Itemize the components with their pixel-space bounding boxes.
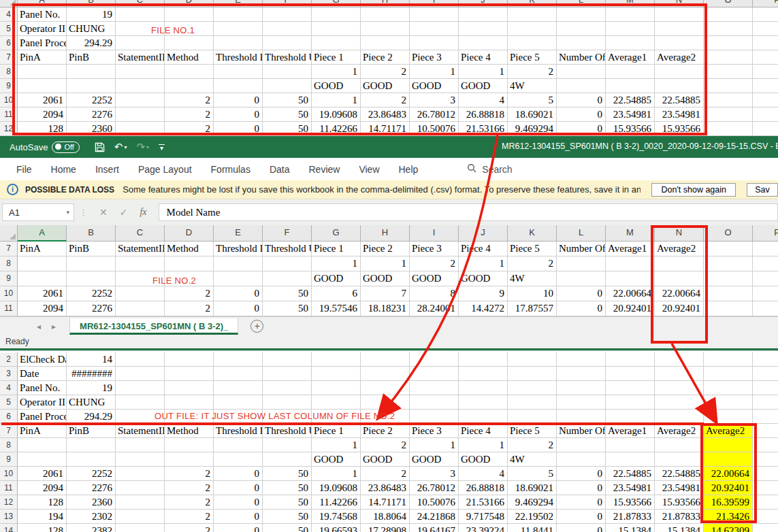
cell-F8[interactable] (263, 256, 312, 271)
cell-C9[interactable] (116, 452, 165, 467)
cell-L10[interactable]: 0 (557, 93, 606, 107)
cell-P10[interactable] (753, 93, 778, 107)
cell-I4[interactable] (410, 7, 459, 22)
cell-H11[interactable]: 18.18231 (361, 301, 410, 316)
cell-A9[interactable] (18, 452, 67, 467)
cell-K11[interactable]: 17.87557 (508, 301, 557, 316)
cell-C9[interactable] (116, 79, 165, 93)
cell-O13[interactable]: 21.3426 (704, 510, 753, 524)
cell-G7[interactable]: Piece 1 (312, 242, 361, 256)
cell-E4[interactable] (214, 381, 263, 395)
cell-O11[interactable] (704, 107, 753, 122)
cell-G5[interactable] (312, 22, 361, 36)
cell-C10[interactable] (116, 467, 165, 481)
cell-J3[interactable] (459, 367, 508, 381)
active-sheet-tab[interactable]: MR612-1304155_SP601MN ( B 3-2)_ (69, 318, 238, 335)
cell-N4[interactable] (655, 381, 704, 395)
column-header-E[interactable]: E (214, 225, 263, 242)
cell-K12[interactable]: 9.469294 (508, 122, 557, 136)
cell-N13[interactable]: 21.87833 (655, 510, 704, 524)
cell-L8[interactable] (557, 438, 606, 452)
cell-O8[interactable] (704, 256, 753, 271)
cell-J10[interactable]: 4 (459, 93, 508, 107)
cell-P3[interactable] (753, 367, 778, 381)
cell-G3[interactable] (312, 367, 361, 381)
cell-G10[interactable]: 1 (312, 467, 361, 481)
cell-K5[interactable] (508, 395, 557, 410)
cell-J12[interactable]: 21.53166 (459, 495, 508, 510)
cell-H4[interactable] (361, 7, 410, 22)
cell-I7[interactable]: Piece 3 (410, 424, 459, 438)
cell-N12[interactable]: 15.93566 (655, 122, 704, 136)
row-header-10[interactable]: 10 (0, 286, 18, 301)
cell-E11[interactable]: 0 (214, 301, 263, 316)
name-box[interactable]: A1 ▾ (2, 203, 74, 221)
cell-L8[interactable] (557, 65, 606, 79)
cell-K8[interactable]: 2 (508, 256, 557, 271)
cell-F10[interactable]: 50 (263, 286, 312, 301)
cell-H13[interactable]: 18.8064 (361, 510, 410, 524)
cell-I7[interactable]: Piece 3 (410, 242, 459, 256)
cell-E6[interactable] (214, 410, 263, 424)
row-header-7[interactable]: 7 (0, 50, 18, 65)
row-header-14[interactable]: 14 (0, 524, 18, 532)
cell-A9[interactable] (18, 271, 67, 286)
cell-H11[interactable]: 23.86483 (361, 481, 410, 495)
cell-B8[interactable] (67, 65, 116, 79)
row-header-11[interactable]: 11 (0, 301, 18, 316)
cell-I13[interactable]: 24.21868 (410, 510, 459, 524)
search-box[interactable]: Search (467, 163, 512, 175)
cell-J4[interactable] (459, 7, 508, 22)
cell-F10[interactable]: 50 (263, 93, 312, 107)
cell-P8[interactable] (753, 65, 778, 79)
cell-A5[interactable]: Operator II (18, 395, 67, 410)
cell-A11[interactable]: 2094 (18, 107, 67, 122)
cell-O11[interactable]: 20.92401 (704, 481, 753, 495)
cell-O9[interactable] (704, 79, 753, 93)
cell-K8[interactable]: 2 (508, 65, 557, 79)
cell-J14[interactable]: 23.39224 (459, 524, 508, 532)
cell-H4[interactable] (361, 381, 410, 395)
cell-N14[interactable]: 15.1384 (655, 524, 704, 532)
cell-I2[interactable] (410, 352, 459, 367)
cell-F10[interactable]: 50 (263, 467, 312, 481)
select-all-corner[interactable] (0, 225, 18, 242)
cell-B10[interactable]: 2252 (67, 286, 116, 301)
cell-P5[interactable] (753, 22, 778, 36)
cell-O14[interactable]: 14.62309 (704, 524, 753, 532)
cell-M5[interactable] (606, 22, 655, 36)
cell-J10[interactable]: 9 (459, 286, 508, 301)
cell-O8[interactable] (704, 438, 753, 452)
cell-M12[interactable]: 15.93566 (606, 122, 655, 136)
column-header-I[interactable]: I (410, 0, 459, 7)
column-header-A[interactable]: A (18, 0, 67, 7)
cell-C12[interactable] (116, 495, 165, 510)
cell-N11[interactable]: 20.92401 (655, 301, 704, 316)
cell-K7[interactable]: Piece 5 (508, 50, 557, 65)
column-header-E[interactable]: E (214, 0, 263, 7)
cell-B4[interactable]: 19 (67, 7, 116, 22)
cell-A4[interactable]: Panel No. (18, 7, 67, 22)
undo-icon[interactable]: ↶▾ (114, 141, 127, 153)
cell-B5[interactable]: CHUNG (67, 395, 116, 410)
row-header-4[interactable]: 4 (0, 381, 18, 395)
row-header-6[interactable]: 6 (0, 36, 18, 50)
cell-E7[interactable]: Threshold I (214, 242, 263, 256)
cell-C4[interactable] (116, 381, 165, 395)
cell-N7[interactable]: Average2 (655, 242, 704, 256)
cell-A6[interactable]: Panel Proce (18, 36, 67, 50)
cell-C10[interactable] (116, 93, 165, 107)
cell-F6[interactable] (263, 410, 312, 424)
cell-P9[interactable] (753, 271, 778, 286)
cell-K8[interactable]: 2 (508, 438, 557, 452)
cell-D6[interactable] (165, 410, 214, 424)
cell-G10[interactable]: 6 (312, 286, 361, 301)
cell-O12[interactable]: 16.39599 (704, 495, 753, 510)
cell-P8[interactable] (753, 438, 778, 452)
cell-F5[interactable] (263, 22, 312, 36)
cell-N3[interactable] (655, 367, 704, 381)
cell-J8[interactable]: 1 (459, 256, 508, 271)
cell-J9[interactable]: GOOD (459, 452, 508, 467)
cell-M8[interactable] (606, 256, 655, 271)
cell-B3[interactable]: ######## (67, 367, 116, 381)
